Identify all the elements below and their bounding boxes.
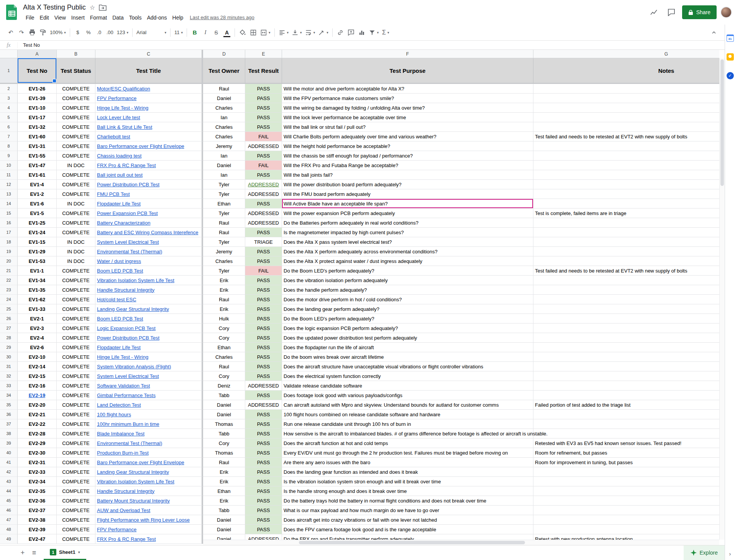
cell-D3[interactable]: Daniel [203, 94, 245, 103]
cell-B7[interactable]: COMPLETE [57, 132, 95, 141]
cell-G35[interactable]: Failed portion of test added to the tria… [533, 400, 719, 410]
row-header-49[interactable]: 49 [0, 534, 18, 544]
cell-D14[interactable]: Ethan [203, 199, 245, 209]
cell-D17[interactable]: Raul [203, 228, 245, 237]
cell-D36[interactable]: Daniel [203, 410, 245, 419]
cell-B3[interactable]: COMPLETE [57, 94, 95, 103]
paint-format-button[interactable] [38, 27, 48, 38]
cell-E44[interactable]: PASS [245, 486, 282, 496]
cell-A12[interactable]: EV1-4 [18, 180, 57, 189]
cell-G36[interactable] [533, 410, 719, 419]
menu-insert[interactable]: Insert [69, 14, 87, 21]
row-header-19[interactable]: 19 [0, 247, 18, 256]
comment-history-icon[interactable] [664, 5, 678, 19]
cell-A24[interactable]: EV1-62 [18, 295, 57, 304]
cell-B2[interactable]: COMPLETE [57, 84, 95, 94]
cell-C46[interactable]: AUW and Overload Test [95, 506, 203, 515]
cell-C7[interactable]: Charliebolt test [95, 132, 203, 141]
horizontal-align-button[interactable]: ▾ [277, 27, 290, 38]
cell-C15[interactable]: Power Expansion PCB Test [95, 209, 203, 218]
cell-D4[interactable]: Charles [203, 103, 245, 113]
cell-F14[interactable]: Will Active Blade have an acceptable lif… [282, 199, 533, 209]
keep-icon[interactable] [727, 53, 734, 61]
row-header-17[interactable]: 17 [0, 228, 18, 237]
cell-C40[interactable]: Production Burn-in Test [95, 448, 203, 458]
cell-G6[interactable] [533, 122, 719, 132]
cell-D45[interactable]: Erik [203, 496, 245, 506]
cell-F31[interactable]: Does the aircraft structure have unaccep… [282, 362, 533, 371]
cell-B46[interactable]: COMPLETE [57, 506, 95, 515]
cell-B20[interactable]: IN DOC [57, 256, 95, 266]
row-header-37[interactable]: 37 [0, 419, 18, 429]
cell-C44[interactable]: Handle Structural Integrity [95, 486, 203, 496]
cell-C38[interactable]: Blade Imbalance Test [95, 429, 203, 438]
cell-B5[interactable]: COMPLETE [57, 113, 95, 122]
cell-E26[interactable]: PASS [245, 314, 282, 324]
cell-G33[interactable] [533, 381, 719, 391]
menu-data[interactable]: Data [110, 14, 126, 21]
cell-F20[interactable]: Does the Alta X protect against water / … [282, 256, 533, 266]
row-header-23[interactable]: 23 [0, 285, 18, 295]
cell-E19[interactable]: PASS [245, 247, 282, 256]
cell-E33[interactable]: ADDRESSED [245, 381, 282, 391]
cell-E18[interactable]: TRIAGE [245, 237, 282, 247]
cell-F34[interactable]: Does footage look good with various payl… [282, 391, 533, 400]
cell-E7[interactable]: FAIL [245, 132, 282, 141]
cell-F28[interactable]: Does the updated power distribution test… [282, 333, 533, 343]
undo-button[interactable]: ↶ [5, 27, 16, 38]
cell-A34[interactable]: EV2-19 [18, 391, 57, 400]
cell-A21[interactable]: EV1-1 [18, 266, 57, 276]
cell-A45[interactable]: EV2-36 [18, 496, 57, 506]
cell-A49[interactable]: EV2-47 [18, 534, 57, 544]
row-header-20[interactable]: 20 [0, 256, 18, 266]
calendar-icon[interactable]: 31 [727, 34, 734, 42]
cell-E25[interactable]: PASS [245, 304, 282, 314]
cell-F25[interactable]: Does the landing gear perform adequately… [282, 304, 533, 314]
cell-B23[interactable]: COMPLETE [57, 285, 95, 295]
cell-C8[interactable]: Baro Performance over Flight Envelope [95, 141, 203, 151]
cell-F19[interactable]: Does the Alta X perform adequately acros… [282, 247, 533, 256]
cell-G1[interactable]: Notes [533, 58, 719, 84]
row-header-30[interactable]: 30 [0, 352, 18, 362]
cell-F42[interactable]: Does the landing gear function as intend… [282, 467, 533, 477]
cell-B48[interactable]: COMPLETE [57, 525, 95, 534]
cell-B33[interactable]: COMPLETE [57, 381, 95, 391]
cell-F3[interactable]: Will the FPV performance make customers … [282, 94, 533, 103]
cell-C32[interactable]: System Level Electrical Test [95, 371, 203, 381]
cell-D33[interactable]: Deniz [203, 381, 245, 391]
cell-F29[interactable]: Does the flopdapter run the life of airc… [282, 343, 533, 352]
cell-D19[interactable]: Jeremy [203, 247, 245, 256]
cell-F24[interactable]: Does the motor drive perform in hot / co… [282, 295, 533, 304]
cell-G42[interactable] [533, 467, 719, 477]
cell-D41[interactable]: Raul [203, 458, 245, 467]
cell-E12[interactable]: ADDRESSED [245, 180, 282, 189]
cell-C12[interactable]: Power Distribution PCB Test [95, 180, 203, 189]
cell-D25[interactable]: Erik [203, 304, 245, 314]
vertical-scrollbar-thumb[interactable] [720, 59, 724, 186]
row-header-45[interactable]: 45 [0, 496, 18, 506]
cell-D22[interactable]: Erik [203, 276, 245, 285]
filter-button[interactable]: ▾ [367, 27, 381, 38]
cell-D34[interactable]: Tabb [203, 391, 245, 400]
cell-G25[interactable] [533, 304, 719, 314]
cell-E15[interactable]: ADDRESSED [245, 209, 282, 218]
cell-F5[interactable]: Will the lock lever performance be accep… [282, 113, 533, 122]
cell-B1[interactable]: Test Status [57, 58, 95, 84]
cell-C20[interactable]: Water / dust ingress [95, 256, 203, 266]
cell-F46[interactable]: What is our max payload and how much mar… [282, 506, 533, 515]
cell-F39[interactable]: Does the aircraft function at hot and co… [282, 438, 533, 448]
select-all-corner[interactable] [0, 50, 18, 58]
cell-G4[interactable] [533, 103, 719, 113]
cell-E32[interactable]: PASS [245, 371, 282, 381]
cell-G5[interactable] [533, 113, 719, 122]
cell-G13[interactable] [533, 189, 719, 199]
text-wrap-button[interactable]: ▾ [304, 27, 317, 38]
cell-A1[interactable]: Test No [18, 58, 57, 84]
cell-A11[interactable]: EV1-61 [18, 170, 57, 180]
cell-C28[interactable]: Power Distribution PCB Test [95, 333, 203, 343]
cell-A3[interactable]: EV1-39 [18, 94, 57, 103]
hide-toolbar-button[interactable] [709, 27, 719, 38]
cell-D5[interactable]: Ian [203, 113, 245, 122]
cell-C11[interactable]: Ball joint pull out test [95, 170, 203, 180]
cell-G38[interactable] [533, 429, 719, 438]
